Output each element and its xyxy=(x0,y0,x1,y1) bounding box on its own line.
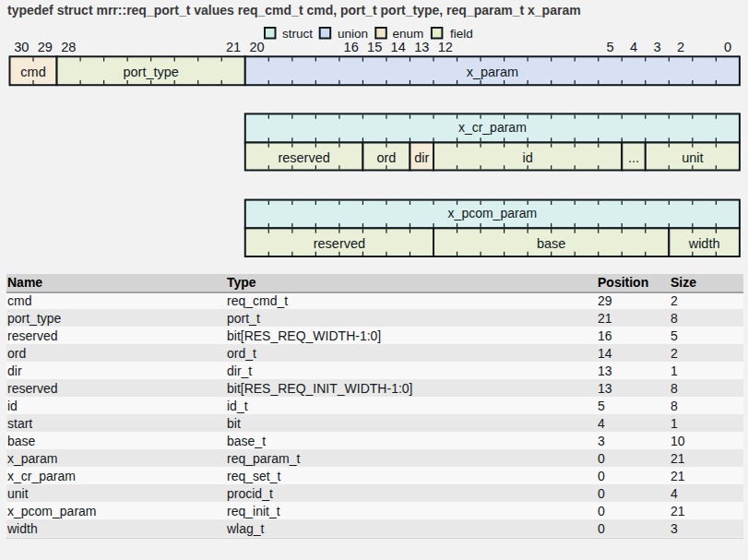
svg-text:unit: unit xyxy=(682,150,703,165)
svg-text:ord: ord xyxy=(376,150,396,165)
svg-text:enum: enum xyxy=(393,27,424,41)
svg-text:12: 12 xyxy=(438,40,453,54)
svg-text:x_param: x_param xyxy=(467,65,518,79)
svg-text:28: 28 xyxy=(61,40,76,54)
svg-text:cmd: cmd xyxy=(20,65,45,79)
svg-text:16: 16 xyxy=(344,40,359,54)
svg-text:struct: struct xyxy=(282,27,313,41)
svg-text:reserved: reserved xyxy=(278,150,329,165)
svg-text:3: 3 xyxy=(653,40,660,54)
svg-text:union: union xyxy=(338,27,368,41)
svg-text:13: 13 xyxy=(414,40,429,54)
svg-text:5: 5 xyxy=(606,40,613,54)
svg-text:id: id xyxy=(522,150,532,165)
svg-text:x_pcom_param: x_pcom_param xyxy=(448,206,538,220)
svg-text:base: base xyxy=(537,236,565,251)
svg-text:reserved: reserved xyxy=(314,236,365,251)
svg-text:21: 21 xyxy=(226,40,241,54)
svg-text:...: ... xyxy=(628,150,639,165)
svg-text:width: width xyxy=(688,236,720,251)
svg-text:15: 15 xyxy=(367,40,382,54)
svg-text:port_type: port_type xyxy=(123,65,178,79)
svg-text:2: 2 xyxy=(677,40,684,54)
svg-text:dir: dir xyxy=(414,150,429,165)
svg-text:x_cr_param: x_cr_param xyxy=(458,120,527,135)
svg-text:0: 0 xyxy=(724,40,731,54)
svg-text:29: 29 xyxy=(38,40,53,54)
svg-text:20: 20 xyxy=(249,40,264,54)
svg-text:14: 14 xyxy=(391,40,406,54)
svg-text:30: 30 xyxy=(14,40,29,54)
svg-text:4: 4 xyxy=(630,40,637,54)
svg-text:field: field xyxy=(450,27,473,41)
